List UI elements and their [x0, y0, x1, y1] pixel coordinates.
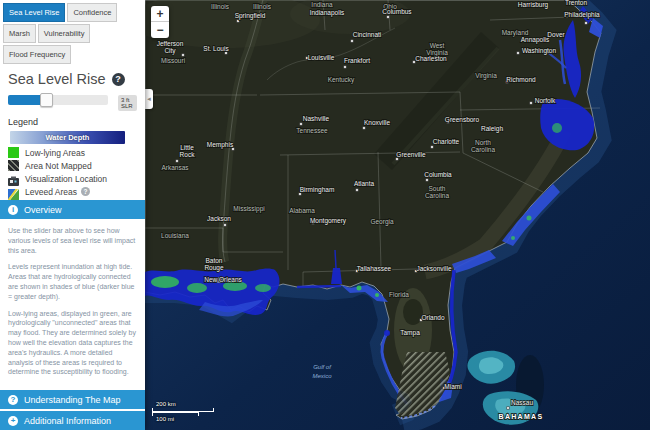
map-label: Rock [180, 151, 196, 158]
map-label: Orlando [421, 314, 445, 321]
map-label: Charlotte [433, 138, 460, 145]
help-icon[interactable]: ? [112, 73, 125, 86]
city-dot [176, 160, 178, 162]
map-label: Montgomery [310, 217, 347, 225]
question-icon: ? [8, 395, 18, 405]
sidebar-collapse-button[interactable]: ◄ [145, 89, 153, 109]
map-label: Philadelphia [564, 11, 600, 19]
map-label: Indianapolis [310, 9, 345, 17]
legend-title: Legend [0, 111, 145, 130]
city-dot [351, 40, 353, 42]
tab-sea-level-rise[interactable]: Sea Level Rise [3, 3, 65, 22]
map-label: Jackson [207, 215, 231, 222]
collapse-arrow-icon: ◄ [146, 96, 152, 102]
accordion-understanding-the-map[interactable]: ? Understanding The Map [0, 390, 145, 409]
map-label: Knoxville [364, 119, 390, 126]
map-label: Tallahassee [357, 265, 392, 272]
overview-paragraph: Low-lying areas, displayed in green, are… [8, 309, 137, 378]
map-label: Charleston [415, 55, 447, 62]
city-dot [517, 52, 519, 54]
slider-fill [8, 95, 42, 105]
scale-mi-label: 100 mi [156, 416, 214, 423]
map-label: Annapolis [521, 36, 550, 44]
map-label: Springfield [235, 12, 266, 20]
map-label: Trenton [565, 0, 588, 6]
control-sidebar: Sea Level Rise Confidence Marsh Vulnerab… [0, 0, 145, 430]
city-dot [426, 179, 428, 181]
city-dot [237, 20, 239, 22]
map-label: West [430, 42, 445, 49]
map-label: South [429, 185, 446, 192]
city-dot [387, 16, 389, 18]
zoom-out-button[interactable]: − [151, 22, 169, 38]
city-dot [300, 123, 302, 125]
tab-flood-frequency[interactable]: Flood Frequency [3, 45, 71, 64]
slr-viewer-app: IllinoisIllinoisIndianaOhioIndianapolisS… [0, 0, 650, 430]
map-canvas[interactable]: IllinoisIllinoisIndianaOhioIndianapolisS… [145, 0, 650, 430]
city-dot [224, 224, 226, 226]
slider-handle[interactable] [40, 93, 53, 107]
map-label: Washington [522, 47, 556, 55]
map-label: Carolina [425, 192, 450, 199]
map-label: Carolina [471, 146, 496, 153]
map-label: Louisville [308, 54, 335, 61]
tab-marsh[interactable]: Marsh [3, 24, 36, 43]
tab-vulnerability[interactable]: Vulnerability [38, 24, 91, 43]
map-label: Mississippi [233, 205, 264, 213]
zoom-in-button[interactable]: + [151, 6, 169, 22]
city-dot [396, 158, 398, 160]
legend-item-leveed: Leveed Areas ? [0, 185, 145, 198]
city-dot [182, 54, 184, 56]
city-dot [530, 102, 532, 104]
city-dot [363, 127, 365, 129]
map-label: Greenville [396, 151, 426, 158]
map-label: Tennessee [296, 127, 328, 134]
map-label: Baton [206, 257, 223, 264]
scale-km-label: 200 km [156, 401, 214, 408]
map-label: Rouge [204, 264, 224, 272]
tab-confidence[interactable]: Confidence [67, 3, 117, 22]
zoom-control: + − [151, 6, 169, 38]
map-label: Little [180, 144, 194, 151]
overview-paragraph: Use the slider bar above to see how vari… [8, 226, 137, 255]
map-label: Dover [547, 31, 565, 38]
map-label: Birmingham [300, 186, 335, 194]
visualization-location-icon [8, 173, 19, 184]
map-label: BAHAMAS [499, 413, 544, 420]
map-label: Mexico [312, 373, 332, 379]
map-label: City [164, 47, 176, 55]
map-label: Harrisburg [518, 1, 549, 9]
city-dot [344, 66, 346, 68]
leveed-areas-icon [8, 186, 19, 197]
accordion-additional-information[interactable]: + Additional Information [0, 411, 145, 430]
legend-item-low-lying: Low-lying Areas [0, 146, 145, 159]
accordion-overview[interactable]: i Overview [0, 200, 145, 219]
city-dot [299, 193, 301, 195]
map-label: Illinois [211, 3, 230, 10]
map-label: Tampa [400, 329, 420, 337]
map-label: Miami [444, 383, 461, 390]
map-label: Nashville [303, 115, 330, 122]
layer-tabs: Sea Level Rise Confidence Marsh Vulnerab… [0, 0, 145, 65]
city-dot [585, 22, 587, 24]
page-title: Sea Level Rise [8, 71, 106, 87]
map-svg: IllinoisIllinoisIndianaOhioIndianapolisS… [145, 0, 650, 430]
slr-slider: 3 ft SLR [8, 93, 137, 109]
map-label: North [475, 139, 491, 146]
map-label: New Orleans [204, 276, 242, 283]
map-label: Memphis [207, 141, 234, 149]
plus-icon: + [8, 416, 18, 426]
map-label: Virginia [475, 72, 497, 80]
water-depth-gradient: Water Depth [10, 131, 125, 144]
map-label: Raleigh [481, 125, 503, 133]
legend-item-visualization: Visualization Location [0, 172, 145, 185]
map-label: Jefferson [157, 40, 184, 47]
city-dot [232, 148, 234, 150]
map-label: Frankfort [344, 57, 370, 64]
map-label: Indiana [311, 1, 333, 8]
map-label: Columbia [424, 171, 452, 178]
city-dot [507, 407, 509, 409]
leveed-help-icon[interactable]: ? [81, 187, 90, 196]
city-dot [356, 189, 358, 191]
slider-value-badge: 3 ft SLR [118, 95, 137, 111]
